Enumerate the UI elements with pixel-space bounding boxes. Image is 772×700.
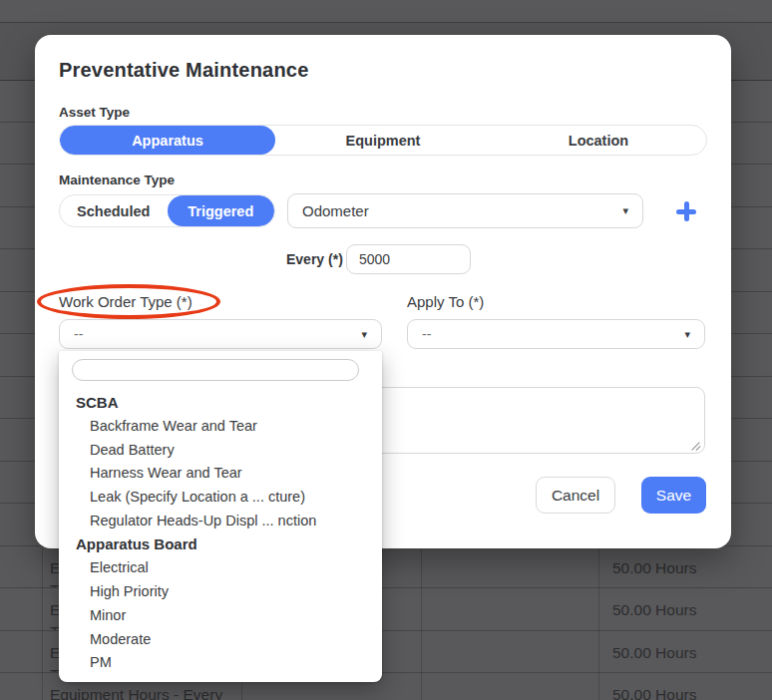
dropdown-item[interactable]: Electrical [59,556,382,580]
row-value: 50.00 Hours [612,644,696,662]
chevron-down-icon: ▾ [361,328,367,341]
dropdown-item[interactable]: Minor [59,604,382,628]
screen: Equipment Hours - EveryT50.00 HoursEquip… [0,0,772,700]
asset-type-option-location[interactable]: Location [491,126,706,155]
asset-type-option-equipment[interactable]: Equipment [275,126,491,155]
dropdown-search-input[interactable] [72,359,359,381]
asset-type-option-apparatus[interactable]: Apparatus [60,126,275,155]
work-order-type-dropdown-panel: SCBABackframe Wear and TearDead BatteryH… [59,351,382,682]
maintenance-type-option-scheduled[interactable]: Scheduled [60,195,168,226]
apply-to-select-value: -- [422,326,431,342]
maintenance-type-toggle: Scheduled Triggered [59,194,275,227]
dropdown-item[interactable]: Regulator Heads-Up Displ ... nction [59,510,382,533]
dropdown-item[interactable]: PM [59,651,382,675]
asset-type-segmented-control: Apparatus Equipment Location [59,125,707,156]
trigger-metric-select[interactable]: Odometer ▾ [287,193,643,228]
chevron-down-icon: ▾ [684,328,690,341]
work-order-type-select[interactable]: -- ▾ [59,319,382,349]
save-button[interactable]: Save [641,477,706,514]
work-order-type-label: Work Order Type (*) [59,293,193,310]
trigger-metric-select-value: Odometer [302,202,369,219]
dropdown-item[interactable]: Backframe Wear and Tear [59,415,382,439]
asset-type-label: Asset Type [59,105,130,120]
dropdown-item[interactable]: Dead Battery [59,439,382,463]
every-label: Every (*) [286,251,343,267]
row-value: 50.00 Hours [612,601,696,619]
plus-icon[interactable] [676,201,696,221]
dropdown-item[interactable]: Harness Wear and Tear [59,462,382,486]
resize-handle-icon[interactable] [690,439,701,450]
work-order-type-select-value: -- [74,326,83,342]
dropdown-item[interactable]: Leak (Specify Location a ... cture) [59,486,382,510]
dropdown-item[interactable]: Moderate [59,628,382,652]
row-value: 50.00 Hours [612,559,696,577]
apply-to-label: Apply To (*) [407,293,484,310]
dropdown-option-list: SCBABackframe Wear and TearDead BatteryH… [59,391,382,675]
dropdown-item[interactable]: High Priority [59,580,382,604]
apply-to-select[interactable]: -- ▾ [407,319,705,349]
dropdown-group-header: Apparatus Board [59,532,382,556]
modal-title: Preventative Maintenance [59,59,308,82]
cancel-button[interactable]: Cancel [536,477,615,514]
chevron-down-icon: ▾ [622,204,628,217]
maintenance-type-option-triggered[interactable]: Triggered [168,195,275,226]
row-value: 50.00 Hours [612,686,696,700]
dropdown-group-header: SCBA [59,391,382,415]
row-name: Equipment Hours - Every [50,686,222,700]
maintenance-type-label: Maintenance Type [59,173,175,187]
every-input[interactable] [346,244,471,274]
